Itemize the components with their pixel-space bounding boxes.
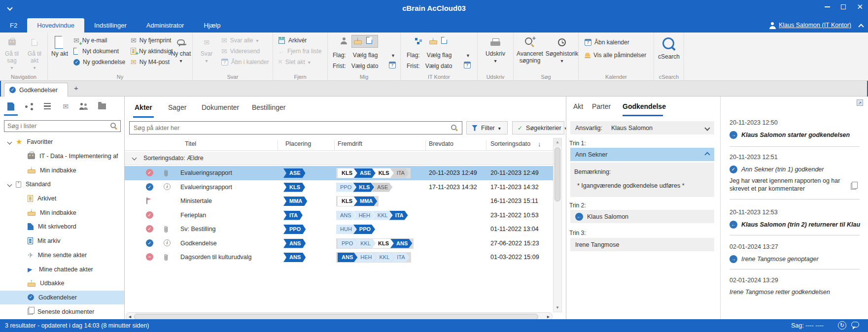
aabn-kalender-button[interactable]: Åbn kalender (585, 37, 629, 47)
csearch-button[interactable]: cSearch (658, 34, 680, 60)
ny-akt-button[interactable]: Ny akt (49, 34, 70, 57)
table-row[interactable]: Sv: Bestilling PPO HUH PPO 01-11-2022 13… (125, 222, 553, 236)
refresh-icon[interactable] (838, 321, 846, 330)
column-brevdato[interactable]: Brevdato (429, 140, 453, 147)
ny-aktindsigt-button[interactable]: Ny aktindsigt (131, 46, 173, 56)
tree-item-mit-skrivebord[interactable]: Mit skrivebord (0, 220, 124, 234)
sidebar-search-input[interactable] (7, 123, 110, 130)
documents-icon[interactable] (4, 101, 17, 112)
tab-hovedvindue[interactable]: Hovedvindue (27, 18, 84, 33)
flag-dropdown-icon[interactable] (466, 51, 470, 59)
ny-chat-button[interactable]: Ny chat (170, 34, 192, 65)
deadline-calendar-icon[interactable] (389, 62, 396, 68)
tree-item-udbakke[interactable]: Udbakke (0, 276, 124, 291)
group-header-row[interactable]: Sorteringsdato: Ældre (125, 152, 553, 165)
tree-item-mine-chattede[interactable]: Mine chattede akter (0, 262, 124, 276)
tree-item-mine-sendte[interactable]: Mine sendte akter (0, 248, 124, 263)
ny-fjernprint-button[interactable]: Ny fjernprint (131, 35, 171, 45)
expand-icon[interactable] (7, 139, 12, 144)
parties-icon[interactable] (77, 101, 90, 112)
tree-item-seneste-dokumenter[interactable]: Seneste dokumenter (0, 304, 124, 319)
collapse-group-icon[interactable] (132, 156, 137, 161)
mail-icon[interactable] (59, 101, 72, 112)
trin1-approver[interactable]: Ann Sekner (570, 148, 714, 161)
tree-item-favoritter[interactable]: Favoritter (0, 135, 124, 149)
desktop-icon[interactable] (366, 37, 372, 44)
ny-email-button[interactable]: Ny e-mail (73, 35, 107, 45)
flag-dropdown-icon[interactable] (391, 51, 395, 59)
trin3-approver[interactable]: Irene Tangmose (570, 238, 714, 251)
itk-flag-row[interactable]: Flag: Vælg flag (407, 50, 451, 60)
scroll-down-icon[interactable]: ▼ (554, 304, 561, 312)
search-criteria-button[interactable]: Søgekriterier (512, 121, 564, 134)
tab-akt[interactable]: Akt (573, 102, 583, 110)
select-flag-icon[interactable] (354, 37, 362, 45)
tab-f2[interactable]: F2 (0, 18, 27, 33)
versions-icon[interactable] (23, 101, 35, 112)
copy-icon[interactable] (851, 183, 856, 190)
folders-icon[interactable] (96, 101, 108, 112)
itk-frist-row[interactable]: Frist: Vælg dato (407, 61, 452, 71)
tab-hjaelp[interactable]: Hjælp (194, 18, 230, 33)
tree-item-standard[interactable]: Standard (0, 177, 124, 192)
chevron-up-icon[interactable] (704, 152, 710, 157)
nyt-dokument-button[interactable]: Nyt dokument (73, 46, 119, 56)
close-button[interactable]: ✕ (857, 4, 863, 10)
chat-bubble-icon[interactable] (851, 322, 859, 328)
table-row[interactable]: Dagsorden til kulturudvalg ANS ANS HEH K… (125, 250, 553, 265)
filter-button[interactable]: Filter (466, 121, 508, 134)
tree-item-arkivet[interactable]: Arkivet (0, 192, 124, 206)
vertical-scrollbar[interactable]: ▲ ▼ (553, 138, 562, 312)
arkiver-button[interactable]: Arkivér (278, 35, 307, 45)
mig-flag-row[interactable]: Flag: Vælg flag (333, 50, 378, 60)
add-tab-button[interactable]: + (74, 84, 78, 92)
tab-bestillinger[interactable]: Bestillinger (252, 103, 285, 111)
tree-item-it-data[interactable]: IT - Data - Implementering af (0, 149, 124, 164)
soegehistorik-button[interactable]: Søgehistorik (546, 34, 578, 65)
deadline-calendar-icon[interactable] (464, 62, 471, 68)
list-search-input[interactable] (134, 125, 451, 132)
tab-akter[interactable]: Akter (135, 103, 152, 111)
ansvarlig-row[interactable]: Ansvarlig: Klaus Salomon (570, 121, 714, 134)
column-titel[interactable]: Titel (185, 140, 196, 147)
udskriv-button[interactable]: Udskriv (485, 34, 506, 65)
tab-parter[interactable]: Parter (592, 102, 611, 110)
tree-item-godkendelser[interactable]: Godkendelser (0, 291, 124, 305)
table-row[interactable]: Evalueringsrapport KLS PPO KLS ASE 17-11… (125, 180, 553, 195)
table-row[interactable]: Godkendelse ANS PPO KKL KLS ANS 27-06-20… (125, 236, 553, 251)
scrollbar-thumb[interactable] (134, 314, 538, 320)
sort-descending-icon[interactable] (538, 140, 541, 148)
table-row[interactable]: Ministertale MMA KLS MMA 16-11-2023 15:1… (125, 194, 553, 208)
ny-m4-post-button[interactable]: Ny M4-post (131, 57, 170, 67)
table-row[interactable]: Evalueringsrapport ASE KLS ASE KLS ITA 2… (125, 166, 553, 180)
tab-sager[interactable]: Sager (168, 103, 186, 111)
table-row[interactable]: Ferieplan ITA ANS HEH KKL ITA 23-11-2022… (125, 208, 553, 223)
lists-icon[interactable] (41, 101, 54, 112)
column-sorteringsdato[interactable]: Sorteringsdato (490, 140, 530, 147)
maximize-button[interactable] (841, 4, 846, 9)
tab-indstillinger[interactable]: Indstillinger (84, 18, 137, 33)
tab-dokumenter[interactable]: Dokumenter (202, 103, 239, 111)
expand-icon[interactable] (7, 182, 12, 187)
mig-frist-row[interactable]: Frist: Vælg dato (333, 61, 378, 71)
scrollbar-thumb[interactable] (555, 147, 560, 201)
ny-godkendelse-button[interactable]: Ny godkendelse (73, 57, 125, 67)
select-flag-icon[interactable] (429, 37, 437, 45)
tab-godkendelse[interactable]: Godkendelse (623, 102, 666, 110)
chevron-down-icon[interactable] (704, 125, 710, 131)
vis-paamindelser-button[interactable]: Vis alle påmindelser (585, 50, 646, 60)
user-link[interactable]: Klaus Salomon (IT Kontor) (769, 18, 851, 33)
column-placering[interactable]: Placering (285, 140, 311, 147)
tree-item-min-indbakke[interactable]: Min indbakke (0, 205, 124, 220)
minimize-button[interactable] (825, 6, 830, 7)
tab-godkendelser[interactable]: Godkendelser (4, 83, 68, 97)
column-fremdrift[interactable]: Fremdrift (338, 140, 362, 147)
approval-icon (28, 294, 34, 300)
desktop-icon[interactable] (441, 37, 447, 44)
scroll-up-icon[interactable]: ▲ (554, 138, 561, 146)
avanceret-soegning-button[interactable]: Avanceret søgning (514, 34, 546, 64)
tab-administrator[interactable]: Administrator (137, 18, 194, 33)
tree-item-mit-arkiv[interactable]: Mit arkiv (0, 234, 124, 248)
trin2-approver[interactable]: Klaus Salomon (570, 210, 714, 223)
tree-item-min-indbakke-fav[interactable]: Min indbakke (0, 163, 124, 177)
